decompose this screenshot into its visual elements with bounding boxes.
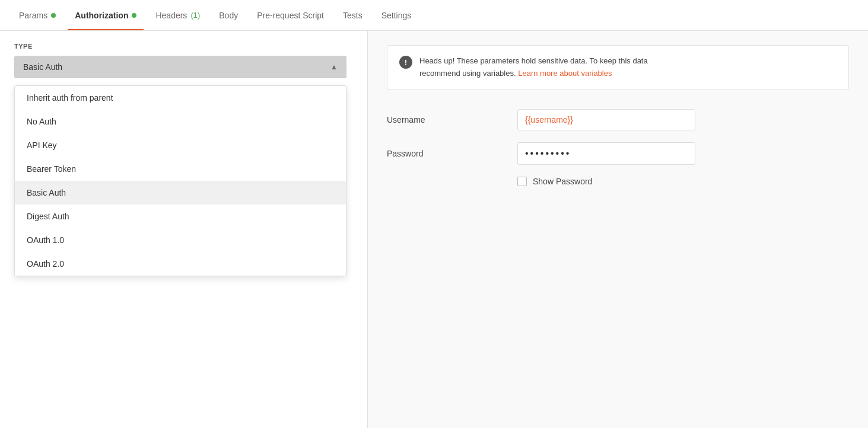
- tab-authorization-label: Authorization: [75, 11, 128, 20]
- dropdown-item-oauth2-label: OAuth 2.0: [27, 259, 64, 269]
- main-content: TYPE Basic Auth ▲ Inherit auth from pare…: [0, 31, 868, 428]
- info-message: Heads up! These parameters hold sensitiv…: [419, 55, 648, 80]
- auth-type-select[interactable]: Basic Auth ▲: [14, 56, 346, 78]
- type-label: TYPE: [14, 43, 353, 50]
- tab-bar: Params Authorization Headers (1) Body Pr…: [0, 0, 868, 31]
- tab-body-label: Body: [219, 11, 238, 20]
- dropdown-item-bearer[interactable]: Bearer Token: [15, 157, 346, 181]
- dropdown-item-bearer-label: Bearer Token: [27, 164, 76, 174]
- dropdown-item-digest-label: Digest Auth: [27, 212, 69, 221]
- auth-type-dropdown: Inherit auth from parent No Auth API Key…: [14, 85, 346, 276]
- username-row: Username: [387, 109, 849, 130]
- type-section: TYPE Basic Auth ▲: [0, 31, 367, 78]
- tab-prerequest-label: Pre-request Script: [257, 11, 324, 20]
- dropdown-item-basic-label: Basic Auth: [27, 188, 66, 197]
- show-password-checkbox[interactable]: [517, 177, 527, 186]
- dropdown-item-no-auth[interactable]: No Auth: [15, 110, 346, 133]
- dropdown-item-oauth1[interactable]: OAuth 1.0: [15, 228, 346, 252]
- chevron-up-icon: ▲: [330, 63, 338, 71]
- info-icon: !: [399, 56, 412, 69]
- tab-settings-label: Settings: [381, 11, 412, 20]
- dropdown-item-basic[interactable]: Basic Auth: [15, 181, 346, 205]
- tab-tests[interactable]: Tests: [336, 0, 370, 30]
- tab-tests-label: Tests: [343, 11, 363, 20]
- info-icon-text: !: [405, 58, 407, 67]
- info-text-line1: Heads up! These parameters hold sensitiv…: [419, 56, 648, 65]
- learn-more-link[interactable]: Learn more about variables: [518, 69, 612, 78]
- show-password-row: Show Password: [517, 177, 849, 186]
- tab-body[interactable]: Body: [212, 0, 245, 30]
- dropdown-item-api-key-label: API Key: [27, 140, 57, 150]
- dropdown-item-oauth1-label: OAuth 1.0: [27, 235, 64, 245]
- dropdown-item-api-key[interactable]: API Key: [15, 133, 346, 157]
- tab-authorization[interactable]: Authorization: [68, 0, 144, 30]
- dropdown-item-digest[interactable]: Digest Auth: [15, 205, 346, 228]
- password-label: Password: [387, 149, 494, 158]
- dropdown-item-inherit[interactable]: Inherit auth from parent: [15, 86, 346, 110]
- tab-prerequest[interactable]: Pre-request Script: [250, 0, 331, 30]
- username-label: Username: [387, 115, 494, 124]
- info-text-line2: recommend using variables.: [419, 69, 516, 78]
- dropdown-item-no-auth-label: No Auth: [27, 117, 56, 126]
- right-panel: ! Heads up! These parameters hold sensit…: [368, 31, 868, 428]
- left-panel: TYPE Basic Auth ▲ Inherit auth from pare…: [0, 31, 368, 428]
- tab-params[interactable]: Params: [12, 0, 63, 30]
- tab-params-label: Params: [19, 11, 47, 20]
- dropdown-item-oauth2[interactable]: OAuth 2.0: [15, 252, 346, 276]
- tab-headers-label: Headers: [155, 11, 187, 20]
- authorization-dot: [132, 13, 136, 18]
- select-value: Basic Auth: [23, 62, 62, 72]
- password-input[interactable]: [517, 142, 695, 165]
- tab-settings[interactable]: Settings: [374, 0, 419, 30]
- tab-headers[interactable]: Headers (1): [148, 0, 207, 30]
- headers-badge: (1): [190, 11, 200, 20]
- params-dot: [51, 13, 56, 18]
- dropdown-item-inherit-label: Inherit auth from parent: [27, 93, 113, 103]
- username-input[interactable]: [517, 109, 695, 130]
- password-row: Password: [387, 142, 849, 165]
- show-password-label[interactable]: Show Password: [533, 177, 592, 186]
- info-box: ! Heads up! These parameters hold sensit…: [387, 45, 849, 90]
